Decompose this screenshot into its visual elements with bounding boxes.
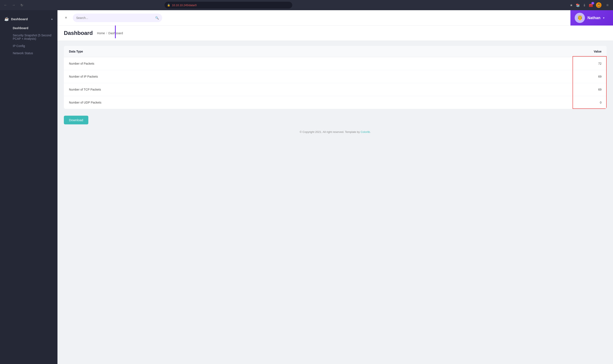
- back-button[interactable]: ←: [2, 2, 9, 8]
- sidebar-group-title: ☕ Dashboard: [4, 17, 28, 21]
- data-type-cell: Number of TCP Packets: [64, 83, 446, 96]
- close-button[interactable]: ×: [63, 14, 69, 21]
- address-bar[interactable]: 🔒 10.10.10.245/data/0: [164, 2, 292, 9]
- footer-text: © Copyright 2021. All right reserved. Te…: [300, 130, 361, 133]
- breadcrumb: Home / Dashboard: [97, 31, 123, 35]
- user-name: Nathan: [587, 16, 600, 20]
- sidebar-chevron-icon: ▲: [51, 17, 53, 20]
- data-type-cell: Number of Packets: [64, 57, 446, 70]
- col-header-value: Value: [446, 46, 607, 57]
- sidebar-items: Dashboard Security Snapshot (5 Second PC…: [0, 23, 57, 58]
- col-header-data-type: Data Type: [64, 46, 446, 57]
- value-cell: 72: [446, 57, 607, 70]
- table-row: Number of UDP Packets 0: [64, 96, 607, 109]
- search-bar[interactable]: 🔍: [73, 13, 162, 22]
- main-area: × 🔍 ⤢ 🤴 Nathan ▾ Dashboard Home / Dashbo…: [57, 10, 613, 364]
- browser-actions: ★ 📚 ⇓ 🧰 0 🤵 ≡: [570, 2, 611, 8]
- value-cell: 0: [446, 96, 607, 109]
- breadcrumb-separator: /: [106, 31, 107, 35]
- download-button[interactable]: Download: [64, 116, 88, 124]
- data-card: Data Type Value Number of Packets 72 Num…: [64, 46, 607, 109]
- footer: © Copyright 2021. All right reserved. Te…: [64, 126, 607, 138]
- app-layout: ☕ Dashboard ▲ Dashboard Security Snapsho…: [0, 10, 613, 364]
- sidebar-item-network-status[interactable]: Network Status: [11, 50, 57, 57]
- data-type-cell: Number of IP Packets: [64, 70, 446, 83]
- sidebar: ☕ Dashboard ▲ Dashboard Security Snapsho…: [0, 10, 57, 364]
- breadcrumb-home[interactable]: Home: [97, 31, 105, 35]
- pocket-icon[interactable]: 📚: [576, 3, 580, 7]
- footer-suffix: .: [370, 130, 371, 133]
- page-title: Dashboard: [64, 30, 93, 36]
- footer-link[interactable]: Colorlib: [361, 130, 370, 133]
- table-row: Number of TCP Packets 69: [64, 83, 607, 96]
- data-type-cell: Number of UDP Packets: [64, 96, 446, 109]
- table-row: Number of Packets 72: [64, 57, 607, 70]
- extension-badge: 0: [591, 2, 594, 4]
- url-text: 10.10.10.245/data/0: [172, 4, 197, 7]
- url-path: /data/0: [188, 4, 197, 7]
- sidebar-item-dashboard[interactable]: Dashboard: [11, 25, 57, 31]
- user-header[interactable]: 🤴 Nathan ▾: [571, 10, 613, 26]
- forward-button[interactable]: →: [11, 2, 17, 8]
- avatar: 🤴: [575, 13, 585, 23]
- bookmark-icon[interactable]: ★: [570, 3, 573, 7]
- sidebar-group-dashboard[interactable]: ☕ Dashboard ▲: [0, 14, 57, 23]
- browser-bar: ← → ↻ 🔒 10.10.10.245/data/0 ★ 📚 ⇓ 🧰 0 🤵 …: [0, 0, 613, 10]
- reload-button[interactable]: ↻: [19, 2, 25, 8]
- sidebar-item-ip-config[interactable]: IP Config: [11, 42, 57, 49]
- search-input[interactable]: [76, 16, 153, 20]
- top-bar: × 🔍 ⤢ 🤴 Nathan ▾: [57, 10, 613, 26]
- left-accent-bar: [115, 26, 116, 38]
- table-row: Number of IP Packets 69: [64, 70, 607, 83]
- data-table: Data Type Value Number of Packets 72 Num…: [64, 46, 607, 109]
- dashboard-icon: ☕: [4, 17, 9, 21]
- browser-avatar[interactable]: 🤵: [596, 2, 601, 8]
- content-area: Data Type Value Number of Packets 72 Num…: [57, 41, 613, 364]
- search-icon: 🔍: [155, 16, 159, 20]
- lock-icon: 🔒: [167, 4, 170, 7]
- download-icon[interactable]: ⇓: [583, 3, 586, 7]
- value-cell: 69: [446, 70, 607, 83]
- value-cell: 69: [446, 83, 607, 96]
- sidebar-item-security-snapshot[interactable]: Security Snapshot (5 Second PCAP + Analy…: [11, 32, 57, 42]
- extensions-icon[interactable]: 🧰 0: [589, 3, 593, 7]
- page-header: Dashboard Home / Dashboard: [57, 26, 613, 41]
- menu-button[interactable]: ≡: [604, 2, 611, 8]
- user-chevron-icon: ▾: [603, 16, 604, 20]
- url-base: 10.10.10.245: [172, 4, 188, 7]
